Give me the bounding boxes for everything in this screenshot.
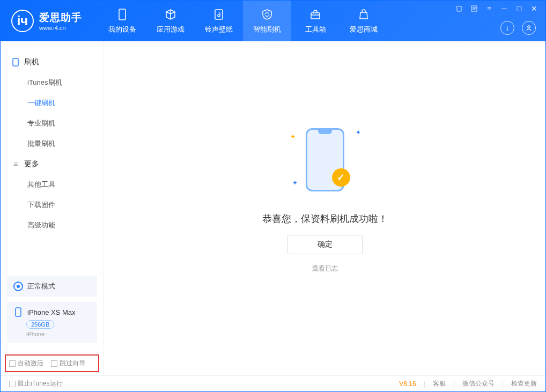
app-title: 爱思助手 [39, 11, 82, 25]
menu-icon[interactable]: ≡ [484, 4, 494, 13]
user-icon[interactable] [522, 21, 536, 35]
app-body: 刷机 iTunes刷机 一键刷机 专业刷机 批量刷机 ≡ 更多 其他工具 下载固… [1, 41, 545, 375]
sidebar-item-pro-flash[interactable]: 专业刷机 [1, 113, 104, 134]
mode-icon [13, 282, 23, 291]
phone-icon [115, 8, 129, 21]
download-icon[interactable]: ↓ [500, 21, 514, 35]
option-label: 跳过向导 [60, 359, 85, 368]
app-logo: iч 爱思助手 www.i4.cn [11, 10, 82, 32]
logo-text: 爱思助手 www.i4.cn [39, 11, 82, 31]
checkbox-icon [9, 381, 16, 387]
option-label: 自动激活 [18, 359, 43, 368]
header-action-icons: ↓ [500, 21, 536, 35]
check-badge-icon: ✓ [332, 168, 350, 187]
sidebar-item-other-tools[interactable]: 其他工具 [1, 174, 104, 195]
app-url: www.i4.cn [39, 25, 82, 31]
nav-label: 铃声壁纸 [205, 25, 233, 34]
flash-options-highlighted: 自动激活 跳过向导 [5, 354, 99, 372]
sidebar-item-advanced[interactable]: 高级功能 [1, 215, 104, 235]
footer-right: V8.16 | 客服 | 微信公众号 | 检查更新 [399, 379, 537, 388]
nav-label: 智能刷机 [253, 25, 281, 34]
sidebar-item-oneclick-flash[interactable]: 一键刷机 [1, 93, 104, 113]
ok-button[interactable]: 确定 [287, 235, 363, 254]
sidebar-section-head: ≡ 更多 [1, 154, 104, 174]
toolbox-icon [308, 8, 322, 21]
svg-rect-6 [16, 308, 21, 316]
sidebar-section-more: ≡ 更多 其他工具 下载固件 高级功能 [1, 154, 104, 235]
device-info-box[interactable]: iPhone XS Max 256GB iPhone [7, 302, 97, 343]
app-header: iч 爱思助手 www.i4.cn 我的设备 应用游戏 铃声壁纸 智能刷机 工具… [1, 1, 545, 41]
nav-store[interactable]: 爱思商城 [340, 1, 388, 41]
nav-my-device[interactable]: 我的设备 [98, 1, 146, 41]
footer-link-update[interactable]: 检查更新 [511, 379, 537, 388]
music-file-icon [212, 8, 226, 21]
nav-toolkit[interactable]: 工具箱 [291, 1, 340, 41]
footer-left: 阻止iTunes运行 [9, 379, 63, 388]
nav-label: 我的设备 [108, 25, 136, 34]
main-nav: 我的设备 应用游戏 铃声壁纸 智能刷机 工具箱 爱思商城 [98, 1, 388, 41]
checkbox-icon [51, 360, 57, 367]
device-mode-box[interactable]: 正常模式 [7, 276, 97, 297]
mode-label: 正常模式 [27, 282, 55, 291]
note-icon[interactable] [469, 4, 479, 13]
sparkle-icon: ✦ [292, 179, 298, 187]
option-label: 阻止iTunes运行 [18, 379, 63, 388]
nav-ringtones-wallpapers[interactable]: 铃声壁纸 [195, 1, 243, 41]
sidebar-section-head: 刷机 [1, 52, 104, 72]
device-icon [11, 58, 20, 66]
nav-apps-games[interactable]: 应用游戏 [146, 1, 195, 41]
success-panel: ✦ ✦ ✦ ✓ 恭喜您，保资料刷机成功啦！ 确定 查看日志 [262, 117, 388, 273]
svg-point-4 [528, 26, 530, 28]
device-name: iPhone XS Max [27, 308, 76, 316]
main-content: ✦ ✦ ✦ ✓ 恭喜您，保资料刷机成功啦！ 确定 查看日志 [104, 41, 545, 375]
nav-label: 应用游戏 [157, 25, 185, 34]
logo-icon: iч [11, 10, 34, 32]
section-title: 刷机 [24, 57, 39, 67]
sparkle-icon: ✦ [356, 129, 361, 136]
checkbox-icon [9, 360, 16, 367]
maximize-icon[interactable]: □ [514, 4, 524, 13]
device-type: iPhone [26, 331, 91, 337]
bag-icon [357, 8, 371, 21]
sidebar-item-itunes-flash[interactable]: iTunes刷机 [1, 72, 104, 93]
shield-refresh-icon [260, 8, 274, 21]
success-message: 恭喜您，保资料刷机成功啦！ [262, 212, 388, 225]
svg-rect-2 [311, 13, 320, 19]
option-auto-activate[interactable]: 自动激活 [9, 359, 43, 368]
view-log-link[interactable]: 查看日志 [312, 264, 338, 273]
success-illustration: ✦ ✦ ✦ ✓ [285, 117, 365, 203]
option-block-itunes[interactable]: 阻止iTunes运行 [9, 379, 63, 388]
sidebar-item-download-firmware[interactable]: 下载固件 [1, 195, 104, 215]
sidebar-section-flash: 刷机 iTunes刷机 一键刷机 专业刷机 批量刷机 [1, 52, 104, 154]
window-controls: ≡ ─ □ ✕ [454, 4, 539, 13]
sidebar: 刷机 iTunes刷机 一键刷机 专业刷机 批量刷机 ≡ 更多 其他工具 下载固… [1, 41, 104, 375]
cube-icon [164, 8, 178, 21]
nav-label: 爱思商城 [350, 25, 378, 34]
footer-link-wechat[interactable]: 微信公众号 [462, 379, 495, 388]
version-label: V8.16 [399, 380, 416, 388]
minimize-icon[interactable]: ─ [499, 4, 509, 13]
device-capacity: 256GB [26, 320, 54, 329]
list-icon: ≡ [11, 160, 20, 168]
section-title: 更多 [24, 159, 39, 169]
nav-smart-flash[interactable]: 智能刷机 [243, 1, 291, 41]
footer-link-support[interactable]: 客服 [433, 379, 446, 388]
close-icon[interactable]: ✕ [529, 4, 539, 13]
phone-outline-icon [13, 307, 23, 317]
svg-rect-5 [13, 58, 18, 66]
svg-rect-0 [119, 9, 126, 20]
sparkle-icon: ✦ [290, 133, 296, 140]
shirt-icon[interactable] [454, 4, 464, 13]
sidebar-bottom: 正常模式 iPhone XS Max 256GB iPhone [1, 276, 104, 349]
sidebar-item-batch-flash[interactable]: 批量刷机 [1, 134, 104, 154]
nav-label: 工具箱 [305, 25, 326, 34]
option-skip-guide[interactable]: 跳过向导 [51, 359, 85, 368]
status-bar: 阻止iTunes运行 V8.16 | 客服 | 微信公众号 | 检查更新 [1, 375, 545, 391]
